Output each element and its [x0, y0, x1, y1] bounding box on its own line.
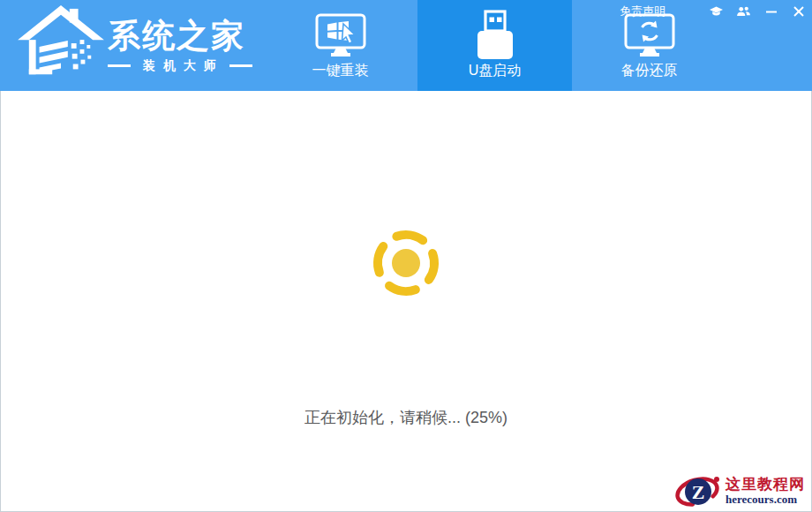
watermark-z-logo-icon: Z: [674, 473, 724, 510]
titlebar-controls: 免责声明: [620, 4, 805, 19]
house-logo-icon: [18, 5, 104, 85]
loading-spinner-icon: [368, 225, 444, 301]
close-button[interactable]: [792, 5, 805, 18]
tab-usb-boot[interactable]: U盘启动: [417, 0, 572, 91]
watermark-text: 这里教程网 herecours.com: [726, 477, 805, 506]
watermark-site-name: 这里教程网: [726, 477, 805, 493]
tab-label-one-key-reinstall: 一键重装: [312, 64, 369, 78]
logo-subtitle-text: 装机大师: [143, 58, 224, 74]
site-watermark: Z 这里教程网 herecours.com: [674, 472, 810, 510]
disclaimer-link[interactable]: 免责声明: [620, 4, 665, 19]
loading-status-text: 正在初始化，请稍候... (25%): [1, 407, 811, 428]
subtitle-right-dash: [229, 64, 252, 67]
monitor-windows-icon: [315, 0, 366, 60]
tutorial-cap-icon[interactable]: [710, 5, 723, 18]
logo-subtitle: 装机大师: [108, 58, 252, 74]
logo-title: 系统之家: [108, 16, 252, 56]
watermark-site-url: herecours.com: [726, 493, 805, 506]
svg-text:Z: Z: [692, 480, 705, 502]
tab-label-usb-boot: U盘启动: [469, 64, 522, 78]
user-group-icon[interactable]: [737, 5, 750, 18]
minimize-button[interactable]: [764, 5, 778, 18]
header-bar: 系统之家 装机大师: [0, 0, 812, 91]
tab-one-key-reinstall[interactable]: 一键重装: [263, 0, 417, 91]
app-window: 系统之家 装机大师: [0, 0, 812, 512]
logo-text: 系统之家 装机大师: [108, 16, 252, 73]
content-area: 正在初始化，请稍候... (25%) Z 这里教程网 herecours.com: [0, 91, 812, 512]
subtitle-left-dash: [108, 64, 131, 67]
app-logo: 系统之家 装机大师: [18, 5, 252, 85]
usb-drive-icon: [475, 0, 515, 60]
tab-label-backup-restore: 备份还原: [621, 64, 678, 78]
